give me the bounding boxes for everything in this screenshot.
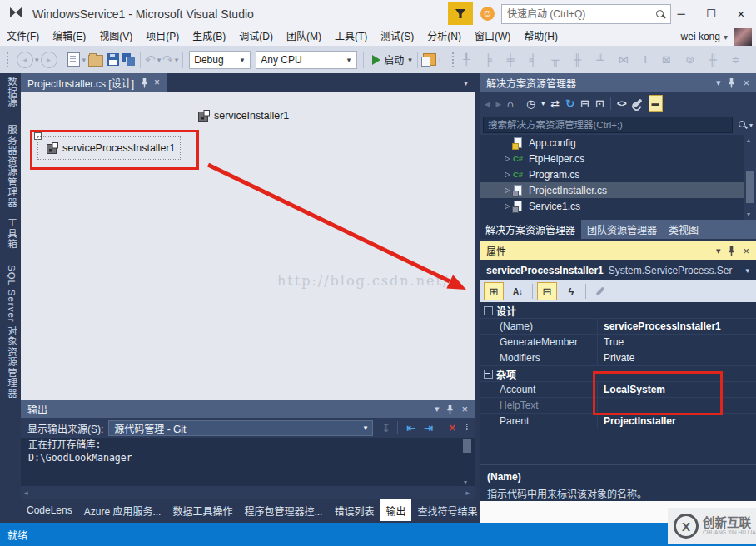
previous-message-icon[interactable]: ⇤ (406, 422, 415, 434)
property-row-parent[interactable]: Parent ProjectInstaller (480, 414, 756, 429)
component-service-installer[interactable]: serviceInstaller1 (198, 110, 289, 122)
sidebar-tab-data-sources[interactable]: 数据源 (5, 77, 18, 108)
toggle-word-wrap-icon[interactable]: ↧ (381, 422, 390, 434)
menu-build[interactable]: 生成(B) (186, 27, 232, 46)
scroll-down-icon[interactable]: ▾ (464, 479, 467, 486)
signed-in-user[interactable]: wei kong (681, 31, 720, 42)
clear-all-icon[interactable]: × (449, 421, 455, 434)
pending-changes-filter-icon[interactable]: ◷ (526, 97, 535, 110)
navigate-forward-button[interactable]: ▸ (41, 52, 57, 68)
tab-data-tools[interactable]: 数据工具操作 (167, 499, 238, 521)
minimize-button[interactable]: ─ (666, 0, 696, 27)
menu-project[interactable]: 项目(P) (139, 27, 186, 46)
category-design[interactable]: 设计 (480, 303, 756, 319)
undo-caret-icon[interactable]: ▾ (157, 56, 162, 64)
navigate-back-caret-icon[interactable]: ▾ (35, 56, 39, 64)
tab-azure-app-service[interactable]: Azure 应用服务... (78, 499, 167, 521)
scrollbar-thumb[interactable] (463, 439, 471, 453)
menu-edit[interactable]: 编辑(E) (46, 27, 92, 46)
output-source-dropdown[interactable]: 源代码管理 - Git ▾ (108, 420, 373, 436)
menu-tools[interactable]: 工具(T) (328, 27, 374, 46)
pin-icon[interactable] (728, 77, 735, 88)
tab-package-manager[interactable]: 程序包管理器控... (238, 499, 328, 521)
close-icon[interactable]: × (743, 77, 749, 89)
sidebar-tab-toolbox[interactable]: 工具箱 (5, 218, 18, 250)
new-file-icon[interactable] (67, 52, 80, 67)
output-log[interactable]: 正在打开存储库: D:\GoodLookManager (21, 438, 475, 486)
close-button[interactable]: × (726, 0, 756, 27)
property-row-generatemember[interactable]: GenerateMember True (480, 335, 756, 350)
sync-with-active-document-icon[interactable]: ⇄ (550, 97, 560, 110)
back-icon[interactable]: ◂ (485, 97, 490, 110)
quick-launch-input[interactable] (502, 8, 655, 20)
next-message-icon[interactable]: ⇥ (424, 422, 433, 434)
save-icon[interactable] (107, 53, 119, 66)
tree-item-program[interactable]: ▷ C# Program.cs (480, 166, 744, 182)
start-button[interactable]: 启动 (384, 52, 404, 67)
output-horizontal-scrollbar[interactable]: ◂ ▸ (21, 486, 475, 499)
expander-icon[interactable]: ▷ (502, 171, 513, 178)
home-icon[interactable]: ⌂ (507, 97, 514, 110)
refresh-icon[interactable]: ↻ (565, 97, 574, 110)
forward-icon[interactable]: ▸ (496, 97, 502, 110)
scroll-up-icon[interactable]: ▴ (747, 136, 750, 144)
tab-find-symbol-results[interactable]: 查找符号结果 (411, 499, 483, 521)
filter-icon[interactable] (448, 2, 473, 25)
toolbar-overflow-icon[interactable]: ⁞ (439, 56, 441, 64)
filter-caret-icon[interactable]: ▾ (541, 100, 545, 107)
menu-view[interactable]: 视图(V) (92, 27, 139, 46)
expander-icon[interactable]: ▷ (502, 155, 513, 162)
tree-item-app-config[interactable]: App.config (480, 135, 744, 151)
tab-projectinstaller-designer[interactable]: ProjectInstaller.cs [设计] × (21, 73, 167, 92)
search-options-caret-icon[interactable]: ▾ (749, 122, 753, 129)
scroll-left-icon[interactable]: ◂ (24, 489, 28, 497)
sidebar-tab-server-explorer[interactable]: 服务器资源管理器 (5, 125, 18, 208)
maximize-button[interactable]: ☐ (696, 0, 726, 27)
redo-icon[interactable]: ↷ (162, 52, 173, 67)
property-pages-wrench-icon[interactable] (590, 282, 610, 300)
menu-help[interactable]: 帮助(H) (517, 27, 565, 46)
menu-team[interactable]: 团队(M) (280, 27, 328, 46)
new-file-caret-icon[interactable]: ▾ (82, 56, 87, 64)
solution-platforms-dropdown[interactable]: Any CPU ▾ (256, 51, 357, 69)
menu-debug[interactable]: 调试(D) (232, 27, 280, 46)
menu-analyze[interactable]: 分析(N) (420, 27, 468, 46)
tree-item-ftphelper[interactable]: ▷ C# FtpHelper.cs (480, 151, 744, 166)
scroll-right-icon[interactable]: ▸ (465, 489, 470, 497)
scroll-down-icon[interactable]: ▾ (747, 211, 750, 218)
toolbar-grip[interactable] (452, 52, 458, 67)
undo-icon[interactable]: ↶ (145, 52, 156, 67)
menu-test[interactable]: 测试(S) (374, 27, 420, 46)
pin-icon[interactable] (141, 77, 148, 88)
scrollbar-thumb[interactable] (746, 171, 754, 203)
user-menu-caret-icon[interactable]: ▾ (724, 32, 728, 42)
tab-output[interactable]: 输出 (380, 499, 411, 521)
properties-object-selector[interactable]: serviceProcessInstaller1 System.ServiceP… (480, 260, 756, 280)
start-caret-icon[interactable]: ▾ (408, 56, 412, 64)
window-position-caret-icon[interactable]: ▾ (716, 246, 721, 256)
start-debug-play-icon[interactable] (372, 55, 380, 65)
tab-codelens[interactable]: CodeLens (21, 499, 78, 521)
tab-class-view[interactable]: 类视图 (663, 220, 704, 239)
properties-pages-icon[interactable]: ⊡ (595, 97, 604, 110)
property-row-modifiers[interactable]: Modifiers Private (480, 350, 756, 366)
navigate-back-button[interactable]: ◂ (17, 52, 33, 68)
solution-search-input[interactable] (483, 117, 733, 133)
menu-file[interactable]: 文件(F) (0, 27, 46, 46)
feedback-smiley-icon[interactable]: ☺ (480, 7, 495, 21)
sidebar-tab-sql-server-object-explorer[interactable]: SQL Server 对象资源管理器 (5, 265, 18, 399)
solution-tree-scrollbar[interactable]: ▴ ▾ (744, 135, 756, 220)
alphabetical-sort-button[interactable]: A↓ (508, 282, 528, 300)
collapse-all-icon[interactable]: ⊟ (580, 97, 589, 110)
tab-team-explorer[interactable]: 团队资源管理器 (581, 220, 663, 239)
pin-icon[interactable] (446, 404, 454, 414)
open-file-icon[interactable] (88, 55, 103, 67)
quick-launch-box[interactable] (501, 4, 671, 24)
tree-item-projectinstaller[interactable]: ▷ ProjectInstaller.cs (480, 182, 744, 198)
toolbar-grip[interactable] (7, 52, 12, 67)
pin-icon[interactable] (728, 246, 735, 256)
redo-caret-icon[interactable]: ▾ (175, 56, 179, 64)
categorized-view-button[interactable]: ⊞ (484, 282, 504, 300)
solution-configurations-dropdown[interactable]: Debug ▾ (189, 51, 251, 69)
window-position-caret-icon[interactable]: ▾ (716, 77, 721, 88)
